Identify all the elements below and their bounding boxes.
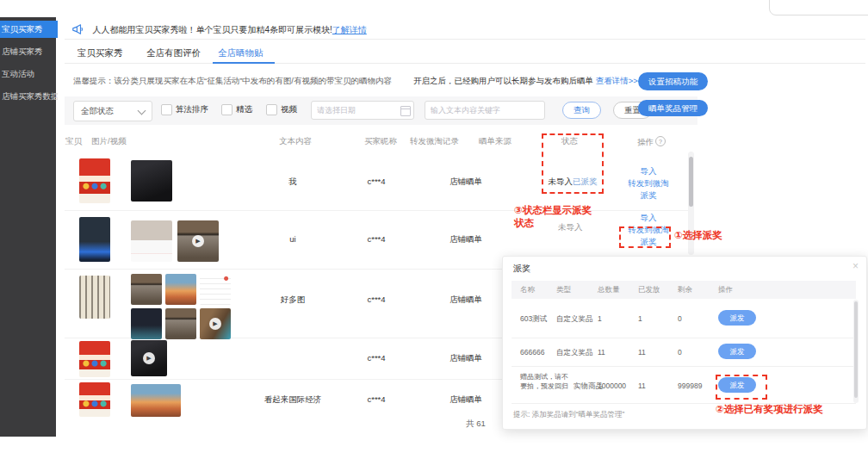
tab-shop-show-posts[interactable]: 全店晒物贴 — [218, 47, 264, 59]
megaphone-icon — [71, 23, 84, 39]
prize-remain: 0 — [678, 314, 682, 323]
buyer-nickname-cell: c***4 — [350, 353, 402, 363]
prize-management-button[interactable]: 晒单奖品管理 — [638, 100, 708, 116]
play-icon: ▶ — [209, 318, 221, 330]
sidebar-item-baobei-buyer-show[interactable]: 宝贝买家秀 — [0, 21, 58, 38]
media-thumbnail[interactable] — [131, 384, 181, 417]
col-header-action-label: 操作 — [637, 137, 654, 146]
col-header-buyer: 买家昵称 — [364, 136, 397, 147]
forward-weitao-link[interactable]: 转发到微淘 — [622, 177, 675, 189]
prize-type: 自定义奖品 — [556, 348, 593, 358]
text-content-cell: 看起来国际经济 — [232, 394, 353, 406]
pagination-total: 共 61 — [466, 419, 486, 430]
m-col-issued: 已发放 — [638, 285, 660, 295]
annotation-step1: ①选择派奖 — [674, 229, 722, 242]
date-input[interactable] — [311, 101, 414, 120]
media-thumbnail[interactable] — [165, 274, 196, 305]
sidebar: 宝贝买家秀 店铺买家秀 互动活动 店铺买家秀数据 — [0, 17, 56, 437]
product-thumbnail[interactable] — [79, 382, 110, 417]
product-thumbnail[interactable] — [79, 158, 110, 203]
text-content-cell: 好多图 — [241, 295, 344, 306]
prize-remain: 0 — [678, 348, 682, 357]
sidebar-item-buyer-show-data[interactable]: 店铺买家秀数据 — [0, 88, 58, 105]
help-icon[interactable]: ? — [655, 136, 666, 146]
dialog-footer-hint: 提示: 添加奖品请到“晒单奖品管理” — [513, 410, 624, 420]
media-thumbnail[interactable] — [131, 308, 162, 339]
checkbox-video[interactable]: 视频 — [266, 104, 297, 115]
close-icon[interactable]: × — [852, 260, 859, 272]
import-link[interactable]: 导入 — [622, 165, 675, 177]
announcement-banner: 人人都能用宝贝买家秀啦！单个宝贝只要加精4条即可展示模块!了解详情 — [71, 21, 367, 39]
buyer-nickname-cell: c***4 — [350, 295, 402, 304]
media-thumbnail[interactable]: ▶ — [131, 340, 167, 376]
m-col-name: 名称 — [520, 285, 535, 295]
source-cell: 店铺晒单 — [440, 234, 492, 245]
m-col-action: 操作 — [718, 285, 733, 295]
prize-issued: 1 — [638, 314, 642, 323]
send-prize-link[interactable]: 派奖 — [622, 189, 675, 202]
prize-remain: 999989 — [678, 381, 702, 390]
divider — [512, 366, 856, 367]
source-cell: 店铺晒单 — [440, 394, 492, 406]
import-link[interactable]: 导入 — [622, 212, 675, 224]
search-button[interactable]: 查询 — [562, 102, 601, 119]
media-thumbnail[interactable] — [200, 274, 231, 305]
prize-issued: 11 — [638, 348, 646, 357]
buyer-nickname-cell: c***4 — [350, 234, 402, 244]
checkbox-featured[interactable]: 精选 — [221, 104, 252, 115]
tab-shop-photo-reviews[interactable]: 全店有图评价 — [146, 47, 201, 59]
sidebar-item-shop-buyer-show[interactable]: 店铺买家秀 — [0, 43, 58, 60]
m-col-remain: 剩余 — [678, 285, 692, 295]
row-actions: 导入 转发到微淘 派奖 — [622, 165, 675, 202]
setup-solicitation-button[interactable]: 设置招稿功能 — [638, 72, 708, 90]
m-col-total: 总数量 — [598, 285, 620, 295]
banner-detail-link[interactable]: 了解详情 — [332, 25, 367, 34]
buyer-nickname-cell: c***4 — [350, 394, 402, 404]
annotation-box-dispatch — [716, 375, 767, 400]
status-select[interactable]: 全部状态 — [73, 101, 152, 121]
col-header-forward: 转发微淘记录 — [410, 136, 459, 147]
popup-fragment — [769, 0, 868, 16]
media-thumbnail[interactable] — [131, 160, 172, 202]
checkbox-icon[interactable] — [221, 104, 232, 115]
checkbox-icon[interactable] — [161, 104, 172, 115]
media-thumbnail[interactable] — [131, 274, 162, 305]
scrollbar-thumb[interactable] — [689, 157, 693, 207]
product-thumbnail[interactable] — [79, 217, 110, 262]
scrollbar-thumb[interactable] — [854, 301, 858, 398]
keyword-input[interactable] — [425, 101, 545, 120]
annotation-box-status — [542, 133, 604, 194]
media-thumbnail[interactable]: ▶ — [200, 308, 231, 339]
play-icon: ▶ — [143, 352, 155, 364]
prize-total: 11 — [598, 348, 605, 357]
m-col-type: 类型 — [556, 285, 571, 295]
prize-name: 666666 — [520, 348, 544, 357]
divider — [512, 338, 856, 338]
checkbox-label: 视频 — [281, 104, 297, 115]
prize-type: 自定义奖品 — [556, 314, 593, 325]
media-thumbnail[interactable] — [131, 220, 172, 262]
product-thumbnail[interactable] — [79, 276, 110, 319]
view-detail-link[interactable]: 查看详情>> — [596, 76, 638, 85]
media-thumbnail[interactable]: ▶ — [177, 220, 219, 262]
tab-baobei-buyer-show[interactable]: 宝贝买家秀 — [78, 47, 123, 59]
col-header-source: 晒单来源 — [479, 136, 512, 147]
product-thumbnail[interactable] — [79, 341, 110, 377]
calendar-icon[interactable] — [400, 106, 411, 116]
checkbox-algorithm-sort[interactable]: 算法排序 — [161, 104, 208, 115]
divider — [65, 39, 865, 40]
active-tab-underline — [213, 62, 275, 64]
prize-name: 赠品测试，请不要拍，预发回归 — [520, 372, 570, 391]
col-header-action: 操作? — [637, 136, 666, 148]
media-thumbnail[interactable] — [165, 308, 196, 339]
dispatch-button[interactable]: 派发 — [718, 344, 756, 359]
sidebar-item-interactive-activity[interactable]: 互动活动 — [0, 65, 58, 83]
annotation-step2: ②选择已有奖项进行派奖 — [716, 403, 828, 416]
dispatch-button[interactable]: 派发 — [718, 310, 756, 326]
chevron-down-icon — [138, 107, 146, 115]
source-cell: 店铺晒单 — [440, 177, 492, 188]
checkbox-label: 算法排序 — [176, 104, 208, 115]
scrollbar[interactable] — [853, 300, 859, 403]
checkbox-icon[interactable] — [266, 104, 277, 115]
prize-name: 603测试 — [520, 314, 547, 325]
